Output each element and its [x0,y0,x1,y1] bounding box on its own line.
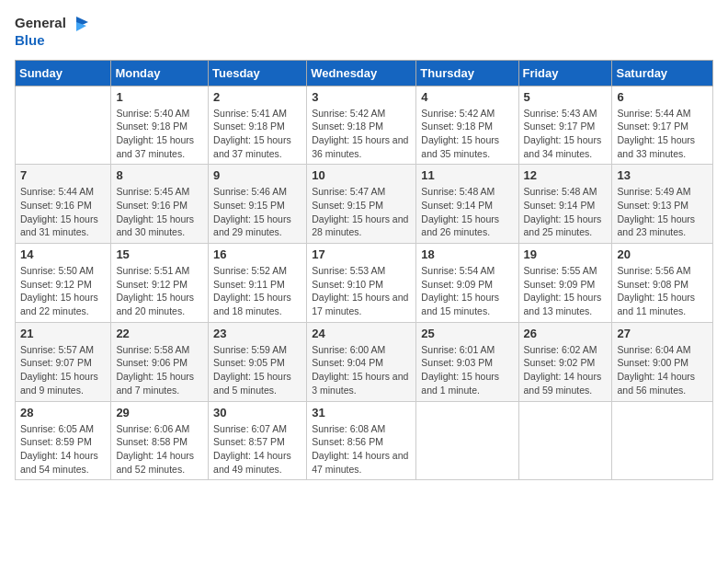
day-number: 13 [617,168,708,182]
calendar-cell: 21Sunrise: 5:57 AMSunset: 9:07 PMDayligh… [16,322,111,401]
day-info: Sunrise: 5:42 AMSunset: 9:18 PMDaylight:… [421,107,513,161]
header-area: General Blue [15,15,713,49]
calendar-cell [612,401,713,480]
day-info: Sunrise: 6:07 AMSunset: 8:57 PMDaylight:… [213,422,301,477]
day-info: Sunrise: 5:44 AMSunset: 9:17 PMDaylight:… [617,107,708,161]
day-info: Sunrise: 5:48 AMSunset: 9:14 PMDaylight:… [524,185,608,239]
calendar-cell: 4Sunrise: 5:42 AMSunset: 9:18 PMDaylight… [416,86,518,165]
day-info: Sunrise: 6:06 AMSunset: 8:58 PMDaylight:… [116,422,203,477]
day-number: 20 [617,247,708,261]
header-day-monday: Monday [111,60,209,86]
day-info: Sunrise: 6:00 AMSunset: 9:04 PMDaylight:… [312,343,411,397]
day-info: Sunrise: 6:08 AMSunset: 8:56 PMDaylight:… [312,422,411,477]
day-number: 28 [20,406,106,419]
week-row-5: 28Sunrise: 6:05 AMSunset: 8:59 PMDayligh… [16,401,713,480]
calendar-cell: 30Sunrise: 6:07 AMSunset: 8:57 PMDayligh… [209,401,307,480]
day-info: Sunrise: 5:42 AMSunset: 9:18 PMDaylight:… [312,107,411,161]
day-number: 31 [312,406,411,419]
day-info: Sunrise: 5:51 AMSunset: 9:12 PMDaylight:… [116,264,203,318]
day-info: Sunrise: 5:58 AMSunset: 9:06 PMDaylight:… [116,343,203,397]
calendar-cell: 23Sunrise: 5:59 AMSunset: 9:05 PMDayligh… [209,322,307,401]
day-number: 30 [213,406,301,419]
calendar-cell: 8Sunrise: 5:45 AMSunset: 9:16 PMDaylight… [111,165,209,244]
day-info: Sunrise: 5:52 AMSunset: 9:11 PMDaylight:… [213,264,301,318]
day-number: 1 [116,90,203,104]
day-number: 24 [312,327,411,340]
calendar-cell: 18Sunrise: 5:54 AMSunset: 9:09 PMDayligh… [416,244,518,323]
day-info: Sunrise: 5:56 AMSunset: 9:08 PMDaylight:… [617,264,708,318]
day-number: 16 [213,247,301,261]
logo-general: General [15,15,66,30]
calendar-cell: 14Sunrise: 5:50 AMSunset: 9:12 PMDayligh… [16,244,111,323]
day-number: 2 [213,90,301,104]
calendar-cell: 7Sunrise: 5:44 AMSunset: 9:16 PMDaylight… [16,165,111,244]
day-info: Sunrise: 5:44 AMSunset: 9:16 PMDaylight:… [20,185,106,239]
day-info: Sunrise: 5:43 AMSunset: 9:17 PMDaylight:… [524,107,608,161]
calendar-cell: 6Sunrise: 5:44 AMSunset: 9:17 PMDaylight… [612,86,713,165]
day-info: Sunrise: 5:41 AMSunset: 9:18 PMDaylight:… [213,107,301,161]
header-day-thursday: Thursday [416,60,518,86]
day-info: Sunrise: 5:55 AMSunset: 9:09 PMDaylight:… [524,264,608,318]
header-day-tuesday: Tuesday [209,60,307,86]
calendar-cell: 29Sunrise: 6:06 AMSunset: 8:58 PMDayligh… [111,401,209,480]
calendar-cell: 22Sunrise: 5:58 AMSunset: 9:06 PMDayligh… [111,322,209,401]
logo: General Blue [15,15,90,49]
day-number: 23 [213,327,301,340]
day-info: Sunrise: 5:54 AMSunset: 9:09 PMDaylight:… [421,264,513,318]
calendar-cell: 13Sunrise: 5:49 AMSunset: 9:13 PMDayligh… [612,165,713,244]
logo-text: General Blue [15,15,90,49]
calendar-cell: 17Sunrise: 5:53 AMSunset: 9:10 PMDayligh… [307,244,416,323]
calendar-cell [416,401,518,480]
header-row: SundayMondayTuesdayWednesdayThursdayFrid… [16,60,713,86]
calendar-cell: 10Sunrise: 5:47 AMSunset: 9:15 PMDayligh… [307,165,416,244]
day-number: 29 [116,406,203,419]
calendar-cell: 28Sunrise: 6:05 AMSunset: 8:59 PMDayligh… [16,401,111,480]
day-number: 27 [617,327,708,340]
day-number: 3 [312,90,411,104]
calendar-cell: 25Sunrise: 6:01 AMSunset: 9:03 PMDayligh… [416,322,518,401]
calendar-cell: 12Sunrise: 5:48 AMSunset: 9:14 PMDayligh… [518,165,612,244]
day-number: 8 [116,168,203,182]
day-info: Sunrise: 5:57 AMSunset: 9:07 PMDaylight:… [20,343,106,397]
calendar-cell: 26Sunrise: 6:02 AMSunset: 9:02 PMDayligh… [518,322,612,401]
day-number: 6 [617,90,708,104]
day-info: Sunrise: 5:53 AMSunset: 9:10 PMDaylight:… [312,264,411,318]
day-info: Sunrise: 5:50 AMSunset: 9:12 PMDaylight:… [20,264,106,318]
day-number: 12 [524,168,608,182]
calendar-cell: 15Sunrise: 5:51 AMSunset: 9:12 PMDayligh… [111,244,209,323]
day-number: 7 [20,168,106,182]
day-info: Sunrise: 6:02 AMSunset: 9:02 PMDaylight:… [524,343,608,397]
day-number: 10 [312,168,411,182]
calendar-cell: 2Sunrise: 5:41 AMSunset: 9:18 PMDaylight… [209,86,307,165]
day-number: 21 [20,327,106,340]
header-day-friday: Friday [518,60,612,86]
calendar-cell: 16Sunrise: 5:52 AMSunset: 9:11 PMDayligh… [209,244,307,323]
calendar-table: SundayMondayTuesdayWednesdayThursdayFrid… [15,60,713,481]
header-day-sunday: Sunday [16,60,111,86]
calendar-cell [518,401,612,480]
day-number: 5 [524,90,608,104]
day-number: 19 [524,247,608,261]
logo-blue: Blue [15,32,45,48]
calendar-cell: 11Sunrise: 5:48 AMSunset: 9:14 PMDayligh… [416,165,518,244]
day-info: Sunrise: 6:04 AMSunset: 9:00 PMDaylight:… [617,343,708,397]
day-number: 15 [116,247,203,261]
week-row-2: 7Sunrise: 5:44 AMSunset: 9:16 PMDaylight… [16,165,713,244]
day-info: Sunrise: 5:45 AMSunset: 9:16 PMDaylight:… [116,185,203,239]
header-day-wednesday: Wednesday [307,60,416,86]
week-row-3: 14Sunrise: 5:50 AMSunset: 9:12 PMDayligh… [16,244,713,323]
day-number: 17 [312,247,411,261]
day-info: Sunrise: 6:05 AMSunset: 8:59 PMDaylight:… [20,422,106,477]
calendar-cell: 31Sunrise: 6:08 AMSunset: 8:56 PMDayligh… [307,401,416,480]
week-row-1: 1Sunrise: 5:40 AMSunset: 9:18 PMDaylight… [16,86,713,165]
calendar-cell: 9Sunrise: 5:46 AMSunset: 9:15 PMDaylight… [209,165,307,244]
logo-flag-icon [72,15,90,33]
day-number: 11 [421,168,513,182]
week-row-4: 21Sunrise: 5:57 AMSunset: 9:07 PMDayligh… [16,322,713,401]
calendar-cell: 19Sunrise: 5:55 AMSunset: 9:09 PMDayligh… [518,244,612,323]
day-number: 14 [20,247,106,261]
day-info: Sunrise: 5:48 AMSunset: 9:14 PMDaylight:… [421,185,513,239]
calendar-cell: 27Sunrise: 6:04 AMSunset: 9:00 PMDayligh… [612,322,713,401]
header-day-saturday: Saturday [612,60,713,86]
calendar-cell [16,86,111,165]
